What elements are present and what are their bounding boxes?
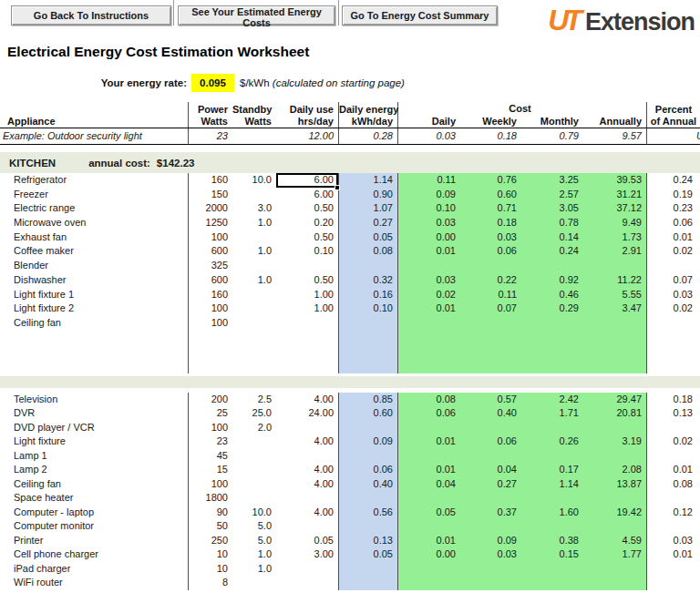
cell-annually[interactable] xyxy=(583,519,647,534)
cell-power[interactable]: 600 xyxy=(189,273,232,288)
cell-weekly[interactable]: 0.18 xyxy=(460,216,521,230)
cell-percent[interactable] xyxy=(647,331,700,345)
cell-percent[interactable]: 0.07 xyxy=(647,273,700,288)
cell-monthly[interactable]: 0.38 xyxy=(521,534,583,548)
cell-annually[interactable]: 20.81 xyxy=(583,406,647,421)
cell-daily-energy[interactable] xyxy=(339,421,398,435)
cell-percent[interactable] xyxy=(647,359,700,373)
cell-daily-energy[interactable] xyxy=(339,562,398,577)
cell-annually[interactable] xyxy=(583,259,647,273)
cell-power[interactable]: 100 xyxy=(189,302,232,316)
cell-standby[interactable] xyxy=(232,463,276,477)
cell-annually[interactable]: 19.42 xyxy=(583,506,647,520)
cell-weekly[interactable]: 0.71 xyxy=(460,201,521,216)
cell-standby[interactable] xyxy=(232,576,276,590)
cell-daily[interactable] xyxy=(398,331,460,345)
cell-percent[interactable]: 0.19 xyxy=(647,188,700,202)
cell-daily-use[interactable]: 1.00 xyxy=(276,288,339,302)
cell-daily[interactable]: 0.11 xyxy=(398,173,460,188)
cell-daily-energy[interactable]: 1.14 xyxy=(339,173,398,188)
cell-daily-use[interactable]: 0.05 xyxy=(276,534,339,548)
cell-daily[interactable]: 0.02 xyxy=(398,288,460,302)
cell-annually[interactable]: 29.47 xyxy=(583,393,647,407)
appliance-label[interactable]: Light fixture 2 xyxy=(0,302,189,316)
energy-rate-input[interactable]: 0.095 xyxy=(191,74,234,92)
cell-standby[interactable]: 2.0 xyxy=(232,421,276,435)
cell-annually[interactable] xyxy=(583,449,647,464)
cell-monthly[interactable] xyxy=(521,344,583,359)
cell-daily-energy[interactable] xyxy=(339,491,398,506)
cell-daily[interactable] xyxy=(398,344,460,359)
cell-power[interactable]: 50 xyxy=(189,519,232,534)
cell-annually[interactable] xyxy=(583,421,647,435)
appliance-label[interactable]: Electric range xyxy=(0,201,189,216)
cell-standby[interactable] xyxy=(232,331,276,345)
cell-standby[interactable]: 1.0 xyxy=(232,547,276,562)
cell-percent[interactable]: 0.03 xyxy=(647,534,700,548)
cell-power[interactable]: 600 xyxy=(189,244,232,259)
cell-standby[interactable]: 1.0 xyxy=(232,244,276,259)
cell-monthly[interactable]: 0.92 xyxy=(521,273,583,288)
cell-power[interactable]: 150 xyxy=(189,188,232,202)
cell-power[interactable] xyxy=(189,359,232,373)
appliance-label[interactable] xyxy=(0,359,189,373)
cell-power[interactable] xyxy=(189,344,232,359)
appliance-label[interactable]: Lamp 2 xyxy=(0,463,189,477)
cell-monthly[interactable] xyxy=(521,519,583,534)
cell-daily-use[interactable] xyxy=(276,576,339,590)
cell-daily[interactable] xyxy=(398,491,460,506)
cell-daily-energy[interactable]: 0.10 xyxy=(339,302,398,316)
cell-daily-use[interactable]: 4.00 xyxy=(276,463,339,477)
cell-daily[interactable]: 0.01 xyxy=(398,534,460,548)
appliance-label[interactable]: Television xyxy=(0,393,189,407)
appliance-label[interactable]: Light fixture 1 xyxy=(0,288,189,302)
cell-standby[interactable]: 1.0 xyxy=(232,273,276,288)
cell-daily-use[interactable]: 0.10 xyxy=(276,244,339,259)
cell-monthly[interactable]: 0.29 xyxy=(521,302,583,316)
cell-daily-energy[interactable]: 0.08 xyxy=(339,244,398,259)
cell-daily-energy[interactable]: 0.16 xyxy=(339,288,398,302)
cell-annually[interactable]: 3.19 xyxy=(583,435,647,449)
cell-weekly[interactable] xyxy=(460,421,521,435)
cell-annually[interactable]: 5.55 xyxy=(583,288,647,302)
appliance-label[interactable]: DVR xyxy=(0,406,189,421)
cell-daily[interactable] xyxy=(398,421,460,435)
cell-daily-energy[interactable]: 0.05 xyxy=(339,230,398,245)
cell-monthly[interactable]: 2.42 xyxy=(521,393,583,407)
cell-percent[interactable] xyxy=(647,316,700,331)
cell-daily[interactable] xyxy=(398,359,460,373)
cell-daily-use[interactable]: 1.00 xyxy=(276,302,339,316)
cell-daily-energy[interactable]: 0.85 xyxy=(339,393,398,407)
cell-power[interactable]: 90 xyxy=(189,506,232,520)
cell-daily[interactable]: 0.01 xyxy=(398,435,460,449)
cell-percent[interactable]: 0.06 xyxy=(647,216,700,230)
cell-daily-energy[interactable] xyxy=(339,331,398,345)
cell-standby[interactable]: 1.0 xyxy=(232,216,276,230)
cell-percent[interactable] xyxy=(647,491,700,506)
appliance-label[interactable]: Light fixture xyxy=(0,435,189,449)
cell-power[interactable]: 25 xyxy=(189,406,232,421)
appliance-label[interactable] xyxy=(0,331,189,345)
cell-weekly[interactable] xyxy=(460,331,521,345)
cell-daily[interactable]: 0.00 xyxy=(398,230,460,245)
cell-power[interactable]: 100 xyxy=(189,421,232,435)
cell-percent[interactable]: 0.01 xyxy=(647,547,700,562)
cell-daily-use[interactable] xyxy=(276,316,339,331)
cell-standby[interactable]: 5.0 xyxy=(232,534,276,548)
cell-percent[interactable]: 0.02 xyxy=(647,244,700,259)
cell-daily[interactable] xyxy=(398,562,460,577)
cell-weekly[interactable]: 0.04 xyxy=(460,463,521,477)
cell-daily-use[interactable] xyxy=(276,491,339,506)
cell-annually[interactable] xyxy=(583,576,647,590)
cell-daily-use[interactable]: 4.00 xyxy=(276,477,339,492)
cell-daily[interactable]: 0.01 xyxy=(398,244,460,259)
cell-weekly[interactable] xyxy=(460,576,521,590)
cell-power[interactable]: 250 xyxy=(189,534,232,548)
cell-percent[interactable] xyxy=(647,562,700,577)
cell-daily[interactable]: 0.00 xyxy=(398,547,460,562)
cell-daily[interactable] xyxy=(398,576,460,590)
cell-power[interactable]: 10 xyxy=(189,547,232,562)
cell-daily-energy[interactable] xyxy=(339,359,398,373)
cell-monthly[interactable]: 0.24 xyxy=(521,244,583,259)
cell-daily[interactable]: 0.04 xyxy=(398,477,460,492)
